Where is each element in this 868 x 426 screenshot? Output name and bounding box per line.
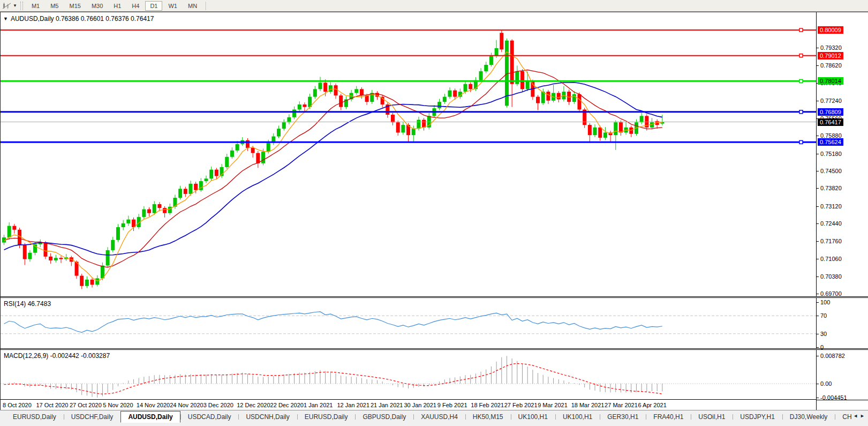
main-chart-pane[interactable]: ▼ AUDUSD,Daily 0.76386 0.76601 0.76376 0… (1, 12, 816, 296)
timeframe-button-m30[interactable]: M30 (87, 1, 108, 11)
date-tick-label: 18 Feb 2021 (471, 402, 504, 408)
chart-tab-fra40-h1[interactable]: FRA40,H1 (646, 412, 691, 422)
plot-column: ▼ AUDUSD,Daily 0.76386 0.76601 0.76376 0… (0, 12, 816, 410)
timeframe-button-mn[interactable]: MN (183, 1, 202, 11)
date-axis[interactable]: 8 Oct 202017 Oct 202027 Oct 20205 Nov 20… (1, 400, 816, 410)
chart-tab-uk100-h1[interactable]: UK100,H1 (555, 412, 600, 422)
window-menu-icon[interactable]: ▼ (3, 16, 8, 21)
level-price-badge: 0.75624 (818, 138, 843, 146)
macd-tick-label-dash (817, 398, 819, 398)
macd-tick-label: 0.008782 (820, 353, 845, 359)
tab-scroll-right-icon[interactable]: ► (860, 413, 865, 418)
date-tick-label: 1 Jan 2021 (304, 402, 333, 408)
level-price-badge: 0.78014 (818, 77, 843, 85)
price-tick-label: 0.71060 (820, 256, 842, 262)
date-tick-label: 9 Mar 2021 (538, 402, 568, 408)
price-tick-label: 0.73120 (820, 203, 842, 210)
rsi-tick-label: 0 (820, 344, 824, 350)
chart-tab-eurusd-daily[interactable]: EURUSD,Daily (5, 412, 64, 422)
top-toolbar: ▼ M1M5M15M30H1H4D1W1MN (0, 0, 868, 12)
price-tick-label: 0.69700 (820, 290, 842, 297)
chart-tab-usdcnh-daily[interactable]: USDCNH,Daily (238, 412, 297, 422)
rsi-tick-label-dash (817, 316, 819, 316)
date-tick-label: 22 Dec 2020 (270, 402, 304, 408)
axis-separator-2 (816, 348, 868, 350)
timeframe-bar: M1M5M15M30H1H4D1W1MN (26, 0, 202, 12)
date-tick-label: 5 Nov 2020 (103, 402, 133, 408)
price-tick-label-dash (817, 276, 819, 277)
macd-plot (1, 350, 816, 399)
rsi-tick-label: 30 (820, 331, 827, 337)
price-tick-label: 0.78620 (820, 62, 842, 69)
macd-tick-label-dash (817, 384, 819, 384)
chart-tab-xauusd-h4[interactable]: XAUUSD,H4 (413, 412, 465, 422)
rsi-pane[interactable]: RSI(14) 46.7483 (1, 298, 816, 348)
price-axis[interactable]: 0.793200.786200.779400.772400.765600.758… (816, 12, 868, 410)
chart-tool-dropdown-caret[interactable]: ▼ (13, 3, 17, 8)
price-tick-label: 0.72440 (820, 220, 842, 227)
tab-scroll-arrows: ◄ ► (852, 410, 868, 418)
chart-tool-icon[interactable] (2, 2, 12, 10)
price-tick-label-dash (817, 101, 819, 101)
date-tick-label: 27 Oct 2020 (70, 402, 102, 408)
chart-tab-usdjpy-h1[interactable]: USDJPY,H1 (733, 412, 782, 422)
chart-tab-audusd-daily[interactable]: AUDUSD,Daily (120, 411, 180, 423)
macd-tick-label-dash (817, 356, 819, 356)
rsi-label: RSI(14) 46.7483 (4, 300, 51, 308)
price-tick-label: 0.73820 (820, 185, 842, 191)
rsi-tick-label-dash (817, 334, 819, 334)
date-tick-label: 30 Jan 2021 (404, 402, 436, 408)
date-tick-label: 9 Feb 2021 (437, 402, 467, 408)
chart-tab-hk50-m15[interactable]: HK50,M15 (465, 412, 511, 422)
toolbar-grip[interactable] (20, 2, 23, 10)
chart-header: ▼ AUDUSD,Daily 0.76386 0.76601 0.76376 0… (3, 15, 154, 23)
price-tick-label-dash (817, 259, 819, 259)
rsi-tick-label: 70 (820, 312, 827, 319)
price-tick-label-dash (817, 241, 819, 242)
chart-window: ▼ AUDUSD,Daily 0.76386 0.76601 0.76376 0… (0, 12, 868, 410)
price-tick-label-dash (817, 171, 819, 171)
chart-tab-bar: EURUSD,DailyUSDCHF,DailyAUDUSD,DailyUSDC… (0, 410, 868, 426)
macd-tick-label: 0.00 (820, 380, 832, 387)
chart-tab-usdcad-daily[interactable]: USDCAD,Daily (180, 412, 239, 422)
timeframe-button-m5[interactable]: M5 (46, 1, 63, 11)
chart-tab-gbpusd-daily[interactable]: GBPUSD,Daily (355, 412, 413, 422)
date-tick-label: 21 Jan 2021 (371, 402, 403, 408)
price-tick-label: 0.75180 (820, 151, 842, 157)
tab-scroll-left-icon[interactable]: ◄ (853, 413, 858, 418)
date-tick-label: 12 Jan 2021 (337, 402, 370, 408)
price-tick-label-dash (817, 65, 819, 66)
timeframe-button-m1[interactable]: M1 (27, 1, 44, 11)
timeframe-button-h1[interactable]: H1 (109, 1, 126, 11)
macd-pane[interactable]: MACD(12,26,9) -0.002442 -0.003287 (1, 350, 816, 400)
chart-tab-china300-h1[interactable]: CHINA300,H1 (835, 412, 852, 422)
price-tick-label: 0.74500 (820, 168, 842, 174)
current-price-badge: 0.76417 (818, 118, 843, 126)
price-tick-label: 0.77240 (820, 98, 842, 104)
chart-tab-uk100-h1[interactable]: UK100,H1 (511, 412, 555, 422)
timeframe-button-w1[interactable]: W1 (163, 1, 182, 11)
price-tick-label-dash (817, 206, 819, 207)
rsi-tick-label-dash (817, 302, 819, 303)
price-tick-label: 0.71760 (820, 238, 842, 244)
timeframe-button-d1[interactable]: D1 (145, 1, 162, 11)
price-tick-label: 0.79320 (820, 44, 842, 51)
timeframe-button-m15[interactable]: M15 (64, 1, 85, 11)
chart-tab-usdchf-daily[interactable]: USDCHF,Daily (64, 412, 121, 422)
date-tick-label: 14 Nov 2020 (137, 402, 170, 408)
chart-tab-dj30-weekly[interactable]: DJ30,Weekly (782, 412, 835, 422)
date-tick-label: 8 Oct 2020 (3, 402, 32, 408)
date-tick-label: 3 Dec 2020 (203, 402, 233, 408)
toolbar-separator (206, 2, 206, 10)
price-tick-label-dash (817, 188, 819, 189)
candlestick-plot[interactable] (1, 12, 816, 296)
rsi-plot (1, 298, 816, 348)
price-tick-label: 0.75880 (820, 132, 842, 139)
chart-tab-eurusd-daily[interactable]: EURUSD,Daily (297, 412, 356, 422)
chart-tab-usoil-h1[interactable]: USOil,H1 (691, 412, 733, 422)
price-tick-label-dash (817, 136, 819, 136)
price-tick-label: 0.70380 (820, 273, 842, 280)
level-price-badge: 0.80009 (818, 26, 843, 34)
timeframe-button-h4[interactable]: H4 (127, 1, 144, 11)
chart-tab-ger30-h1[interactable]: GER30,H1 (600, 412, 646, 422)
